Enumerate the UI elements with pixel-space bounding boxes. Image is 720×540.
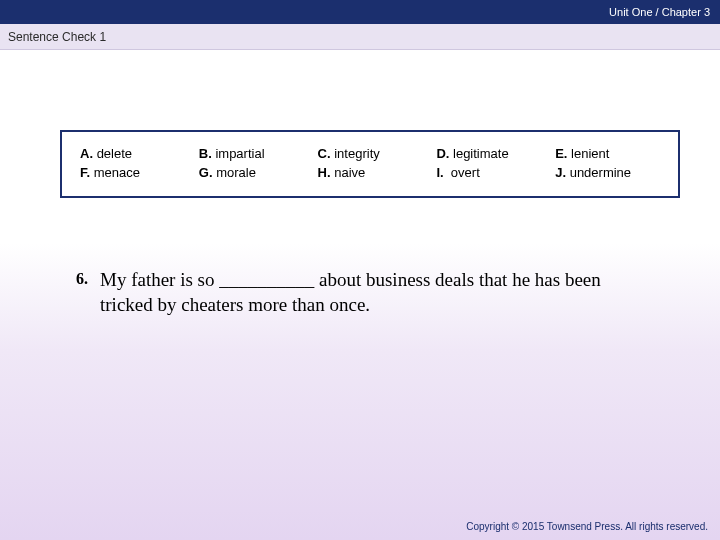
word-bank-item-e: E. lenient [555, 146, 660, 161]
word-bank-item-i: I. overt [436, 165, 541, 180]
word-bank-item-h: H. naive [318, 165, 423, 180]
question-number: 6. [60, 268, 100, 288]
question-text: My father is so __________ about busines… [100, 268, 640, 317]
slide: Unit One / Chapter 3 Sentence Check 1 A.… [0, 0, 720, 540]
word-h: naive [334, 165, 365, 180]
word-d: legitimate [453, 146, 509, 161]
content-area: A. delete B. impartial C. integrity D. l… [60, 130, 680, 317]
word-bank-item-b: B. impartial [199, 146, 304, 161]
word-b: impartial [215, 146, 264, 161]
word-g: morale [216, 165, 256, 180]
top-bar: Unit One / Chapter 3 [0, 0, 720, 24]
breadcrumb: Unit One / Chapter 3 [609, 6, 710, 18]
letter-g: G. [199, 165, 213, 180]
word-bank: A. delete B. impartial C. integrity D. l… [60, 130, 680, 198]
footer-copyright: Copyright © 2015 Townsend Press. All rig… [466, 521, 708, 532]
word-bank-item-f: F. menace [80, 165, 185, 180]
letter-b: B. [199, 146, 212, 161]
word-bank-item-j: J. undermine [555, 165, 660, 180]
word-bank-item-a: A. delete [80, 146, 185, 161]
word-c: integrity [334, 146, 380, 161]
letter-e: E. [555, 146, 567, 161]
word-bank-item-c: C. integrity [318, 146, 423, 161]
word-e: lenient [571, 146, 609, 161]
word-bank-item-d: D. legitimate [436, 146, 541, 161]
word-j: undermine [570, 165, 631, 180]
letter-a: A. [80, 146, 93, 161]
word-bank-item-g: G. morale [199, 165, 304, 180]
letter-h: H. [318, 165, 331, 180]
letter-c: C. [318, 146, 331, 161]
question-row: 6. My father is so __________ about busi… [60, 268, 680, 317]
letter-i: I. [436, 165, 443, 180]
letter-j: J. [555, 165, 566, 180]
letter-d: D. [436, 146, 449, 161]
word-a: delete [97, 146, 132, 161]
sub-bar: Sentence Check 1 [0, 24, 720, 50]
word-i: overt [451, 165, 480, 180]
word-f: menace [94, 165, 140, 180]
letter-f: F. [80, 165, 90, 180]
subtitle: Sentence Check 1 [8, 30, 106, 44]
